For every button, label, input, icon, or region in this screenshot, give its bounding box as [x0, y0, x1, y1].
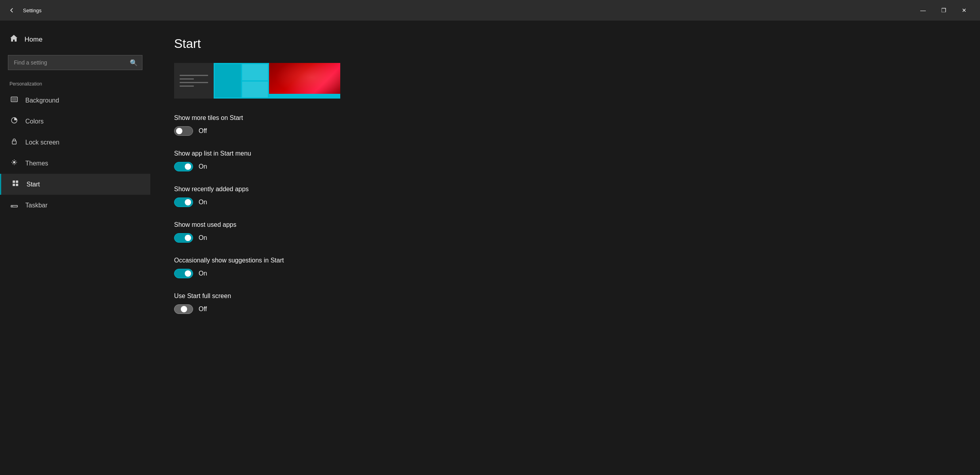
svg-rect-8 [16, 184, 18, 186]
svg-rect-3 [12, 141, 16, 144]
toggle-row-recently-added: On [174, 198, 956, 207]
sidebar: Home 🔍 Personalization Background Colors [0, 21, 150, 475]
svg-rect-10 [12, 206, 13, 207]
minimize-button[interactable]: — [913, 0, 933, 21]
preview-line-3 [180, 82, 208, 83]
preview-line-4 [180, 86, 194, 87]
svg-rect-7 [13, 184, 15, 186]
toggle-state-full-screen: Off [199, 306, 207, 313]
toggle-full-screen[interactable] [174, 304, 193, 314]
taskbar-label: Taskbar [25, 202, 47, 209]
sidebar-item-themes[interactable]: Themes [0, 153, 150, 174]
background-label: Background [25, 97, 59, 104]
toggle-most-used[interactable] [174, 233, 193, 243]
sidebar-item-taskbar[interactable]: Taskbar [0, 195, 150, 216]
toggle-thumb-app-list [185, 163, 191, 170]
setting-group-full-screen: Use Start full screenOff [174, 293, 956, 314]
toggle-more-tiles[interactable] [174, 126, 193, 136]
sidebar-item-start[interactable]: Start [0, 174, 150, 195]
toggle-thumb-most-used [185, 235, 191, 241]
preview-left-panel [174, 63, 214, 99]
title-bar: Settings — ❐ ✕ [0, 0, 980, 21]
setting-group-most-used: Show most used appsOn [174, 221, 956, 243]
home-icon [9, 34, 18, 45]
setting-group-recently-added: Show recently added appsOn [174, 186, 956, 207]
setting-label-recently-added: Show recently added apps [174, 186, 956, 193]
start-icon [11, 179, 20, 189]
toggle-row-suggestions: On [174, 269, 956, 278]
setting-label-app-list: Show app list in Start menu [174, 150, 956, 157]
preview-tile-1 [242, 64, 268, 80]
setting-group-app-list: Show app list in Start menuOn [174, 150, 956, 171]
setting-label-more-tiles: Show more tiles on Start [174, 114, 956, 122]
setting-label-full-screen: Use Start full screen [174, 293, 956, 300]
home-label: Home [25, 36, 42, 44]
restore-button[interactable]: ❐ [933, 0, 954, 21]
themes-label: Themes [25, 160, 48, 167]
setting-group-more-tiles: Show more tiles on StartOff [174, 114, 956, 136]
toggle-thumb-full-screen [181, 306, 187, 312]
taskbar-icon [9, 200, 19, 210]
back-button[interactable] [6, 4, 18, 17]
sidebar-item-home[interactable]: Home [0, 28, 150, 50]
page-title: Start [174, 36, 956, 51]
toggle-recently-added[interactable] [174, 198, 193, 207]
svg-rect-5 [13, 180, 15, 183]
setting-label-most-used: Show most used apps [174, 221, 956, 228]
toggle-state-recently-added: On [199, 199, 207, 206]
app-body: Home 🔍 Personalization Background Colors [0, 21, 980, 475]
lockscreen-label: Lock screen [25, 139, 59, 146]
setting-group-suggestions: Occasionally show suggestions in StartOn [174, 257, 956, 278]
preview-line-2 [180, 78, 194, 80]
preview-photo [269, 63, 340, 99]
preview-bottom-bar [269, 94, 340, 99]
toggle-state-suggestions: On [199, 270, 207, 277]
toggle-thumb-more-tiles [176, 128, 182, 134]
toggle-row-app-list: On [174, 162, 956, 171]
window-controls: — ❐ ✕ [913, 0, 974, 21]
start-preview [174, 63, 340, 99]
preview-tile-2 [242, 82, 268, 98]
toggle-row-full-screen: Off [174, 304, 956, 314]
colors-label: Colors [25, 118, 44, 125]
preview-line-1 [180, 75, 208, 76]
svg-point-4 [13, 161, 15, 163]
toggle-suggestions[interactable] [174, 269, 193, 278]
search-box: 🔍 [8, 55, 142, 70]
background-icon [9, 95, 19, 105]
sidebar-item-background[interactable]: Background [0, 90, 150, 111]
toggle-state-most-used: On [199, 234, 207, 241]
close-button[interactable]: ✕ [954, 0, 974, 21]
toggle-row-more-tiles: Off [174, 126, 956, 136]
preview-tiles [214, 63, 269, 99]
start-label: Start [27, 181, 40, 188]
toggle-app-list[interactable] [174, 162, 193, 171]
toggle-thumb-recently-added [185, 199, 191, 205]
search-icon: 🔍 [130, 59, 138, 66]
themes-icon [9, 158, 19, 168]
svg-rect-1 [12, 98, 17, 101]
setting-label-suggestions: Occasionally show suggestions in Start [174, 257, 956, 264]
search-input[interactable] [8, 55, 142, 70]
lock-icon [9, 137, 19, 147]
section-label: Personalization [0, 78, 150, 90]
toggle-row-most-used: On [174, 233, 956, 243]
window-title: Settings [23, 8, 42, 13]
main-content: Start Show more tiles on StartOffShow ap… [150, 21, 980, 475]
toggle-state-app-list: On [199, 163, 207, 170]
settings-list: Show more tiles on StartOffShow app list… [174, 114, 956, 314]
colors-icon [9, 116, 19, 126]
preview-tile-tall [215, 64, 241, 97]
sidebar-item-lockscreen[interactable]: Lock screen [0, 132, 150, 153]
toggle-state-more-tiles: Off [199, 127, 207, 135]
svg-rect-6 [16, 180, 18, 183]
sidebar-item-colors[interactable]: Colors [0, 111, 150, 132]
toggle-thumb-suggestions [185, 270, 191, 277]
